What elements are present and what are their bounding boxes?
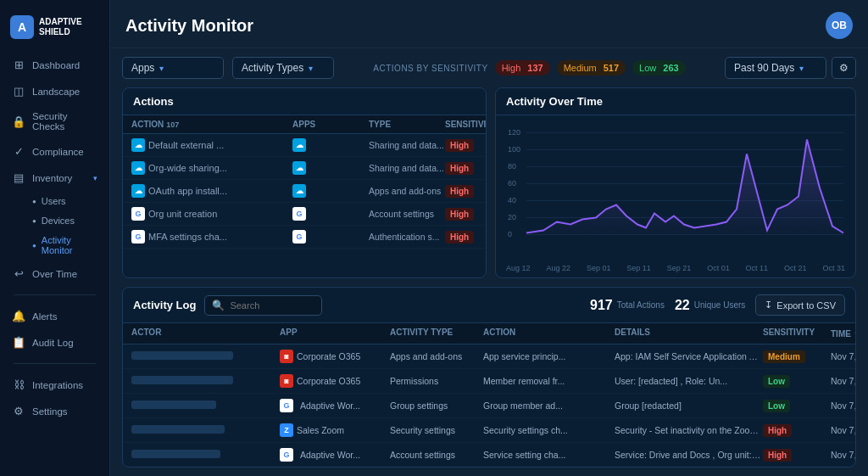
x-label: Oct 31 [822,264,845,272]
main-body: Apps ▾ Activity Types ▾ ACTIONS BY SENSI… [110,48,868,476]
low-count: 263 [663,63,678,73]
actor-cell [131,400,280,411]
low-badge: Low [763,400,790,412]
svg-text:60: 60 [508,179,516,188]
chevron-icon: ▾ [93,174,97,182]
x-label: Sep 11 [626,264,651,272]
sidebar-sub-devices[interactable]: ● Devices [25,211,104,230]
app-filter-dropdown[interactable]: Apps ▾ [122,57,224,79]
google-app-icon: G [292,207,306,221]
export-button[interactable]: ↧ Export to CSV [755,294,845,316]
chevron-down-icon3: ▾ [799,64,804,73]
sidebar-sub-activity-monitor[interactable]: ● Activity Monitor [25,231,104,260]
action-cell: ☁ Default external ... [131,138,292,152]
unique-users-label: Unique Users [694,300,746,310]
export-icon: ↧ [765,300,772,311]
actions-title: Actions [133,95,174,108]
log-table-row: ◙ Corporate O365 Permissions Member remo… [123,369,855,394]
actions-panel-header: Actions [123,88,486,115]
time-filter-label: Past 90 Days [734,62,794,74]
medium-count: 517 [604,63,619,73]
low-badge: Low [763,375,790,388]
sidebar-item-label: Integrations [32,380,83,390]
table-row: ☁ Org-wide sharing... ☁ Sharing and data… [123,157,486,180]
sidebar-sub-users[interactable]: ● Users [25,192,104,210]
x-label: Oct 11 [746,264,769,272]
high-badge: High [445,208,474,221]
actor-cell [131,376,280,386]
high-label: High [502,63,521,73]
total-actions-stat: 917 Total Actions [590,298,665,313]
low-label: Low [639,63,656,73]
sidebar-item-label: Landscape [32,87,80,97]
sidebar-item-label: Audit Log [32,338,74,348]
svg-text:0: 0 [508,230,512,238]
activity-chart: 120 100 80 60 40 20 0 [506,122,845,258]
log-table-header: ACTOR APP ACTIVITY TYPE ACTION DETAILS S… [123,323,855,344]
sidebar: A ADAPTIVE SHIELD ⊞ Dashboard ◫ Landscap… [0,0,110,476]
filters-row: Apps ▾ Activity Types ▾ ACTIONS BY SENSI… [122,57,856,79]
table-row: G Org unit creation G Account settings H… [123,203,486,226]
sidebar-nav: ⊞ Dashboard ◫ Landscape 🔒 Security Check… [0,53,109,423]
time-filter-dropdown[interactable]: Past 90 Days ▾ [725,57,826,79]
main-header: Activity Monitor OB [110,0,868,48]
action-col-header: ACTION [483,328,615,339]
sidebar-item-inventory[interactable]: ▤ Inventory ▾ [5,165,104,190]
chevron-down-icon2: ▾ [309,64,313,73]
sidebar-item-settings[interactable]: ⚙ Settings [5,399,104,423]
o365-icon: ◙ [280,350,293,363]
sensitivity-title: ACTIONS BY SENSITIVITY [373,64,487,73]
low-sensitivity-badge: Low 263 [632,60,686,76]
table-row: G MFA settings cha... G Authentication s… [123,226,486,249]
sidebar-item-dashboard[interactable]: ⊞ Dashboard [5,53,104,77]
chart-area: 120 100 80 60 40 20 0 [496,115,855,264]
page-title: Activity Monitor [125,16,253,36]
search-icon: 🔍 [212,300,225,311]
salesforce-icon: ☁ [131,138,145,152]
type-col-header: TYPE [369,120,445,129]
settings-icon: ⚙ [12,405,25,417]
app-cell: G Adaptive Wor... [280,448,390,462]
search-box[interactable]: 🔍 [204,295,322,316]
time-col-header: TIME ↑ [831,328,856,339]
medium-badge: Medium [763,350,805,363]
activity-log-panel: Activity Log 🔍 917 Total Actions 22 Uniq… [122,287,856,468]
svg-text:100: 100 [508,145,520,154]
actor-cell [131,450,280,460]
medium-label: Medium [564,63,597,73]
chart-title: Activity Over Time [506,95,603,108]
app-filter-label: Apps [131,62,154,74]
avatar[interactable]: OB [826,12,853,39]
unique-users-num: 22 [675,298,690,313]
sidebar-item-alerts[interactable]: 🔔 Alerts [5,304,104,328]
activity-type-filter-dropdown[interactable]: Activity Types ▾ [232,57,334,79]
salesforce-icon: ☁ [131,161,145,175]
dot-icon: ● [32,217,36,225]
high-badge: High [763,449,792,462]
sidebar-item-landscape[interactable]: ◫ Landscape [5,79,104,104]
high-badge: High [445,185,474,198]
search-input[interactable] [230,300,314,311]
sidebar-item-integrations[interactable]: ⛓ Integrations [5,372,104,397]
svg-text:80: 80 [508,162,516,171]
actor-redacted [131,400,216,409]
sidebar-item-compliance[interactable]: ✓ Compliance [5,139,104,164]
divider2 [14,363,96,364]
export-label: Export to CSV [776,300,836,311]
high-sensitivity-badge: High 137 [495,60,550,76]
sidebar-item-label: Compliance [32,147,84,157]
log-table-row: G Adaptive Wor... Group settings Group m… [123,394,855,418]
high-badge: High [445,162,474,175]
sensitivity-col-header: SENSITIVITY ↓ [445,120,487,129]
sidebar-item-overtime[interactable]: ↩ Over Time [5,261,104,286]
app-cell: ◙ Corporate O365 [280,374,390,388]
log-table-row: G Adaptive Wor... Account settings Servi… [123,443,855,468]
sidebar-item-security[interactable]: 🔒 Security Checks [5,105,104,137]
settings-button[interactable]: ⚙ [832,57,856,79]
logo: A ADAPTIVE SHIELD [0,8,109,53]
actor-cell [131,425,280,435]
actor-redacted [131,351,233,360]
app-cell: ◙ Corporate O365 [280,350,390,363]
sort-up-icon: ↑ [854,329,856,339]
sidebar-item-auditlog[interactable]: 📋 Audit Log [5,330,104,355]
